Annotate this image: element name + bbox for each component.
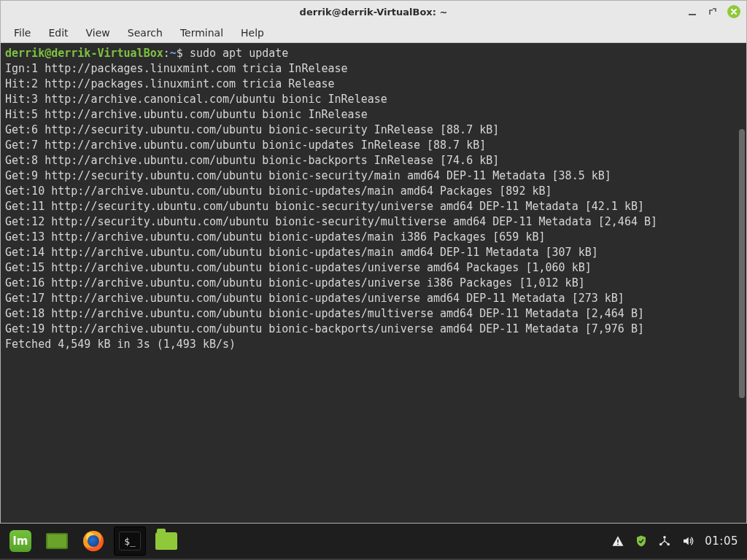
svg-rect-1 bbox=[618, 540, 619, 543]
menubar: File Edit View Search Terminal Help bbox=[1, 23, 746, 43]
minimize-button[interactable] bbox=[686, 6, 698, 18]
taskbar-left: lm $_ bbox=[0, 526, 187, 556]
menu-terminal[interactable]: Terminal bbox=[173, 24, 231, 42]
taskbar: lm $_ 01:05 bbox=[0, 524, 747, 559]
menu-edit[interactable]: Edit bbox=[41, 24, 75, 42]
maximize-button[interactable] bbox=[707, 6, 719, 18]
close-button[interactable] bbox=[727, 5, 740, 18]
firefox-icon bbox=[83, 531, 104, 551]
prompt-symbol: $ bbox=[177, 47, 190, 60]
show-desktop-button[interactable] bbox=[41, 526, 73, 556]
menu-file[interactable]: File bbox=[7, 24, 38, 42]
menu-view[interactable]: View bbox=[79, 24, 117, 42]
panel-clock[interactable]: 01:05 bbox=[705, 534, 738, 548]
svg-rect-2 bbox=[618, 544, 619, 545]
terminal-task-button[interactable]: $_ bbox=[114, 526, 146, 556]
firefox-launcher[interactable] bbox=[77, 526, 109, 556]
scrollbar-thumb[interactable] bbox=[739, 129, 745, 397]
terminal-content[interactable]: derrik@derrik-VirtualBox:~$ sudo apt upd… bbox=[1, 43, 738, 523]
volume-tray-icon[interactable] bbox=[681, 534, 694, 548]
window-controls bbox=[686, 1, 740, 23]
network-tray-icon[interactable] bbox=[658, 534, 671, 548]
prompt-path: ~ bbox=[170, 47, 177, 60]
prompt-command: sudo apt update bbox=[190, 47, 288, 60]
terminal-scrollbar[interactable] bbox=[739, 43, 745, 523]
menu-search[interactable]: Search bbox=[120, 24, 170, 42]
folder-icon bbox=[155, 532, 177, 550]
shield-tray-icon[interactable] bbox=[635, 534, 648, 548]
prompt-user-host: derrik@derrik-VirtualBox bbox=[5, 47, 163, 60]
system-tray: 01:05 bbox=[603, 534, 747, 548]
terminal-icon: $_ bbox=[119, 532, 141, 551]
start-menu-button[interactable]: lm bbox=[4, 526, 36, 556]
svg-point-3 bbox=[663, 536, 666, 539]
files-launcher[interactable] bbox=[150, 526, 182, 556]
desktop-icon bbox=[46, 533, 68, 549]
menu-help[interactable]: Help bbox=[233, 24, 271, 42]
terminal-output: Ign:1 http://packages.linuxmint.com tric… bbox=[5, 62, 657, 351]
svg-rect-0 bbox=[689, 14, 696, 15]
warning-tray-icon[interactable] bbox=[611, 534, 624, 548]
terminal-window: derrik@derrik-VirtualBox: ~ File Edit Vi… bbox=[0, 0, 747, 524]
terminal-viewport[interactable]: derrik@derrik-VirtualBox:~$ sudo apt upd… bbox=[1, 43, 746, 523]
window-title: derrik@derrik-VirtualBox: ~ bbox=[300, 7, 448, 18]
prompt-colon: : bbox=[163, 47, 170, 60]
mint-logo-icon: lm bbox=[9, 530, 31, 552]
titlebar[interactable]: derrik@derrik-VirtualBox: ~ bbox=[1, 1, 746, 23]
